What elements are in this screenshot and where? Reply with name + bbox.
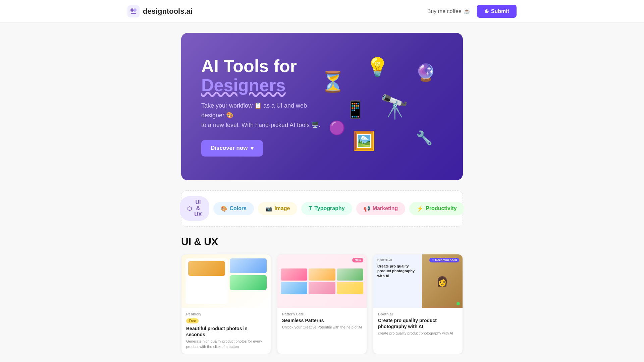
card3-bg: BOOTH.AI Create pro quality product phot… [373, 254, 463, 308]
card2-new-badge: New [352, 258, 363, 262]
magnet-icon: 🔮 [415, 63, 436, 82]
typography-icon: T [309, 205, 312, 212]
ui-icon: ⬡ [187, 205, 192, 212]
discover-chevron: ▾ [251, 145, 254, 152]
card2-title: Seamless Patterns [282, 317, 362, 323]
submit-label: Submit [491, 8, 509, 14]
submit-button[interactable]: ⊕ Submit [477, 5, 517, 18]
svg-rect-3 [131, 13, 136, 14]
logo-text: designtools.ai [143, 7, 193, 16]
category-typography[interactable]: T Typography [301, 202, 352, 215]
ui-ux-section: UI & UX [181, 236, 463, 354]
logo-area: designtools.ai [127, 5, 193, 17]
card-pattern-cafe-image: New [277, 254, 367, 308]
ui-label: UI & UX [194, 199, 202, 218]
hero-text-block: AI Tools for Designers Take your workflo… [201, 57, 322, 157]
card2-bg: New [277, 254, 367, 308]
header: designtools.ai Buy me coffee ☕ ⊕ Submit [0, 0, 644, 23]
colors-icon: 🎨 [221, 205, 227, 212]
pattern-cell-1 [281, 268, 307, 281]
card3-inner: BOOTH.AI Create pro quality product phot… [373, 254, 463, 308]
logo-icon [127, 5, 140, 17]
image-icon: 📷 [265, 205, 272, 212]
card1-info: Pebblely Free Beautiful product photos i… [181, 308, 271, 354]
card1-desc: Generate high quality product photos for… [186, 339, 266, 349]
card1-left-panel [185, 258, 228, 304]
discover-label: Discover now [211, 145, 248, 152]
pattern-cell-4 [281, 282, 307, 294]
category-bar: ⬡ UI & UX 🎨 Colors 📷 Image T Typography … [181, 190, 463, 227]
category-ui-ux[interactable]: ⬡ UI & UX [180, 196, 209, 221]
card3-photo-area: 👩 [422, 254, 463, 308]
card1-site-name: Pebblely [186, 312, 266, 316]
category-productivity[interactable]: ⚡ Productivity [409, 202, 464, 215]
hero-title: AI Tools for Designers [201, 57, 322, 95]
category-marketing[interactable]: 📢 Marketing [356, 202, 406, 215]
card-pebblely-image [181, 254, 271, 308]
hero-image-area: 💡 ⏳ 🟣 🔮 🔭 🖼️ 🔧 📱 [322, 53, 443, 160]
card3-heading: Create pro quality product photography w… [377, 264, 418, 278]
card3-badge: ✦ Recommended [429, 258, 459, 262]
card2-site-name: Pattern Cafe [282, 312, 362, 316]
card1-title: Beautiful product photos in seconds [186, 325, 266, 338]
card1-right-panel [230, 258, 267, 304]
card2-info: Pattern Cafe Seamless Patterns Unlock yo… [277, 308, 367, 335]
card3-site-name: Booth.ai [378, 312, 458, 316]
marketing-icon: 📢 [364, 205, 370, 212]
buy-coffee-label: Buy me coffee [427, 8, 462, 14]
card3-green-dot [457, 302, 460, 305]
card3-info: Booth.ai Create pro quality product phot… [373, 308, 463, 341]
card3-desc: create pro quality product photography w… [378, 331, 458, 336]
submit-icon: ⊕ [484, 8, 489, 14]
hero-title-highlight: Designers [201, 75, 285, 95]
orbs-icon: 🟣 [329, 120, 345, 136]
svg-point-4 [132, 8, 135, 10]
svg-rect-0 [127, 5, 140, 17]
category-image[interactable]: 📷 Image [258, 202, 297, 215]
tools-icon: 🔧 [416, 130, 433, 146]
card3-left-panel: BOOTH.AI Create pro quality product phot… [373, 254, 422, 308]
phone-icon: 📱 [345, 100, 366, 119]
pattern-cell-3 [337, 268, 363, 281]
hero-banner: AI Tools for Designers Take your workflo… [181, 33, 463, 180]
cards-grid: Pebblely Free Beautiful product photos i… [181, 254, 463, 354]
card1-badge: Free [186, 318, 199, 323]
category-colors[interactable]: 🎨 Colors [213, 202, 254, 215]
typography-label: Typography [314, 205, 344, 212]
card3-photo: 👩 [422, 254, 463, 308]
card-pattern-cafe[interactable]: New Pattern Cafe Seamless Patterns Unloc… [277, 254, 367, 354]
section-title: UI & UX [181, 236, 463, 247]
bulb-icon: 💡 [366, 56, 389, 78]
buy-coffee-link[interactable]: Buy me coffee ☕ [427, 8, 470, 14]
card3-title: Create pro quality product photography w… [378, 317, 458, 329]
card1-photo3 [230, 275, 267, 290]
pattern-cell-6 [337, 282, 363, 294]
header-right: Buy me coffee ☕ ⊕ Submit [427, 5, 517, 18]
card1-bg [181, 254, 271, 308]
marketing-label: Marketing [373, 205, 398, 212]
pattern-grid [277, 265, 367, 297]
card1-photo2 [230, 258, 267, 273]
card-booth-ai[interactable]: BOOTH.AI Create pro quality product phot… [373, 254, 463, 354]
coffee-icon: ☕ [464, 8, 470, 14]
hero-description: Take your workflow 📋 as a UI and web des… [201, 101, 322, 130]
category-bar-wrap: ⬡ UI & UX 🎨 Colors 📷 Image T Typography … [181, 190, 463, 227]
card-pebblely[interactable]: Pebblely Free Beautiful product photos i… [181, 254, 271, 354]
discover-button[interactable]: Discover now ▾ [201, 140, 263, 157]
pattern-cell-2 [309, 268, 335, 281]
pattern-cell-5 [309, 282, 335, 294]
hourglass-icon: ⏳ [320, 70, 345, 94]
image-label: Image [274, 205, 290, 212]
productivity-label: Productivity [426, 205, 457, 212]
card-booth-ai-image: BOOTH.AI Create pro quality product phot… [373, 254, 463, 308]
colors-label: Colors [230, 205, 247, 212]
productivity-icon: ⚡ [417, 205, 423, 212]
card1-photo1 [188, 261, 225, 276]
card3-sub-label: BOOTH.AI [377, 258, 418, 262]
picture-icon: 🖼️ [353, 130, 376, 152]
lens-icon: 🔭 [380, 93, 409, 121]
card2-desc: Unlock your Creative Potential with the … [282, 325, 362, 330]
